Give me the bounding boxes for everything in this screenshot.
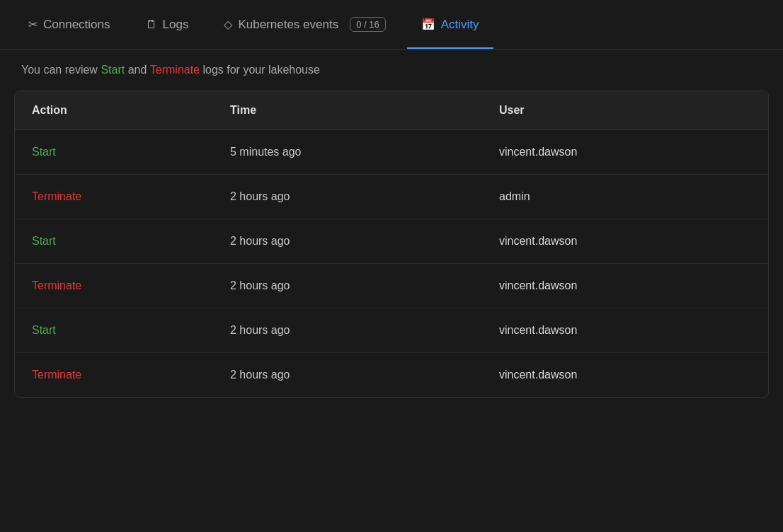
- description-suffix: logs for your lakehouse: [202, 64, 319, 76]
- table-row: Terminate 2 hours ago admin: [15, 175, 768, 219]
- time-cell: 2 hours ago: [230, 190, 499, 203]
- logs-icon: 🗒: [146, 18, 157, 31]
- tab-activity-label: Activity: [441, 18, 479, 32]
- tab-connections[interactable]: ✂ Connections: [14, 0, 125, 49]
- user-cell: vincent.dawson: [499, 279, 751, 292]
- kubernetes-icon: ◇: [224, 18, 232, 31]
- tab-bar: ✂ Connections 🗒 Logs ◇ Kubernetes events…: [0, 0, 783, 50]
- user-cell: admin: [499, 190, 751, 203]
- user-cell: vincent.dawson: [499, 146, 751, 158]
- terminate-link[interactable]: Terminate: [150, 64, 200, 76]
- table-row: Start 2 hours ago vincent.dawson: [15, 219, 768, 264]
- time-cell: 2 hours ago: [230, 279, 499, 292]
- connections-icon: ✂: [28, 18, 38, 31]
- time-cell: 5 minutes ago: [230, 146, 499, 158]
- description-prefix: You can review: [21, 64, 101, 76]
- description-middle: and: [128, 64, 150, 76]
- table-row: Terminate 2 hours ago vincent.dawson: [15, 264, 768, 308]
- kubernetes-badge: 0 / 16: [350, 17, 386, 32]
- activity-icon: 📅: [421, 18, 435, 31]
- table-header: Action Time User: [15, 91, 768, 130]
- user-cell: vincent.dawson: [499, 369, 751, 381]
- table-row: Start 5 minutes ago vincent.dawson: [15, 130, 768, 175]
- action-cell: Start: [32, 235, 230, 248]
- tab-logs[interactable]: 🗒 Logs: [132, 0, 203, 49]
- tab-logs-label: Logs: [163, 18, 189, 32]
- action-cell: Start: [32, 324, 230, 337]
- time-cell: 2 hours ago: [230, 235, 499, 248]
- header-action: Action: [32, 104, 230, 117]
- table-row: Start 2 hours ago vincent.dawson: [15, 308, 768, 353]
- action-cell: Terminate: [32, 279, 230, 292]
- action-cell: Terminate: [32, 369, 230, 381]
- tab-activity[interactable]: 📅 Activity: [407, 0, 493, 49]
- start-link[interactable]: Start: [101, 64, 125, 76]
- table-row: Terminate 2 hours ago vincent.dawson: [15, 353, 768, 397]
- header-time: Time: [230, 104, 499, 117]
- action-cell: Terminate: [32, 190, 230, 203]
- tab-kubernetes-label: Kubernetes events: [238, 18, 338, 32]
- header-user: User: [499, 104, 751, 117]
- time-cell: 2 hours ago: [230, 324, 499, 337]
- time-cell: 2 hours ago: [230, 369, 499, 381]
- tab-kubernetes[interactable]: ◇ Kubernetes events 0 / 16: [210, 0, 399, 49]
- user-cell: vincent.dawson: [499, 235, 751, 248]
- action-cell: Start: [32, 146, 230, 158]
- description-bar: You can review Start and Terminate logs …: [0, 50, 783, 91]
- user-cell: vincent.dawson: [499, 324, 751, 337]
- activity-table: Action Time User Start 5 minutes ago vin…: [14, 91, 769, 398]
- tab-connections-label: Connections: [43, 18, 110, 32]
